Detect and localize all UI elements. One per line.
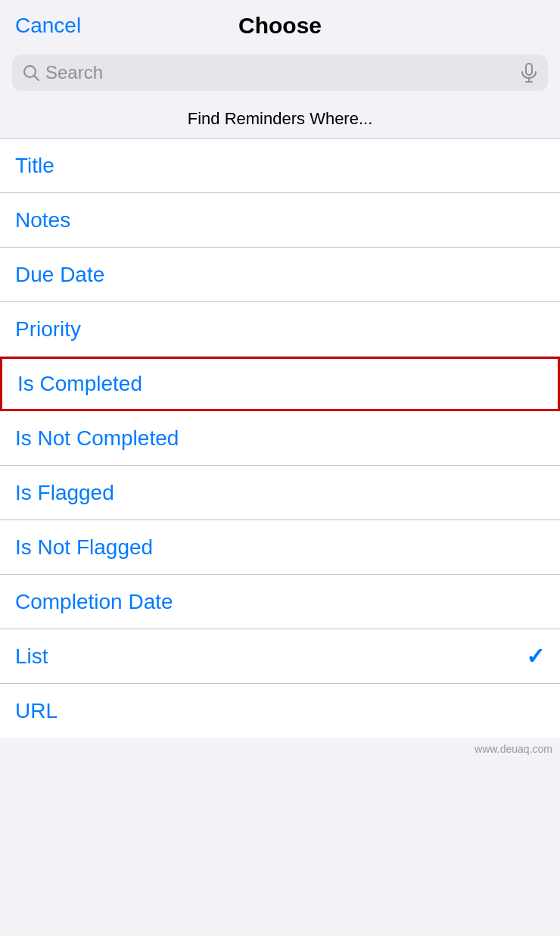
list-item-priority[interactable]: Priority bbox=[0, 302, 560, 357]
list-item-label-is-not-completed: Is Not Completed bbox=[15, 426, 179, 451]
list-item-label-is-completed: Is Completed bbox=[17, 372, 142, 396]
checkmark-icon: ✓ bbox=[526, 643, 545, 669]
list-item-is-completed[interactable]: Is Completed bbox=[0, 357, 560, 411]
list-item-is-not-flagged[interactable]: Is Not Flagged bbox=[0, 520, 560, 575]
search-input[interactable] bbox=[45, 62, 515, 83]
list-item-label-list: List bbox=[15, 644, 48, 669]
list-item-is-flagged[interactable]: Is Flagged bbox=[0, 466, 560, 520]
list-item-label-url: URL bbox=[15, 699, 58, 723]
list-item-label-title: Title bbox=[15, 154, 54, 178]
svg-rect-2 bbox=[526, 64, 532, 75]
list-item-completion-date[interactable]: Completion Date bbox=[0, 575, 560, 629]
list-item-label-completion-date: Completion Date bbox=[15, 590, 173, 614]
list-item-due-date[interactable]: Due Date bbox=[0, 248, 560, 302]
list-item-title[interactable]: Title bbox=[0, 139, 560, 193]
list-item-list[interactable]: List✓ bbox=[0, 629, 560, 684]
page-title: Choose bbox=[238, 13, 322, 39]
list-item-label-priority: Priority bbox=[15, 317, 81, 342]
list-container: TitleNotesDue DatePriorityIs CompletedIs… bbox=[0, 139, 560, 738]
list-item-is-not-completed[interactable]: Is Not Completed bbox=[0, 411, 560, 466]
list-item-label-notes: Notes bbox=[15, 208, 70, 232]
list-item-label-is-not-flagged: Is Not Flagged bbox=[15, 535, 153, 560]
search-container bbox=[0, 48, 560, 101]
list-item-url[interactable]: URL bbox=[0, 684, 560, 738]
svg-line-1 bbox=[35, 76, 39, 81]
microphone-icon bbox=[521, 63, 537, 83]
watermark: www.deuaq.com bbox=[0, 738, 560, 760]
list-item-notes[interactable]: Notes bbox=[0, 193, 560, 248]
list-item-label-due-date: Due Date bbox=[15, 263, 104, 287]
section-header: Find Reminders Where... bbox=[0, 101, 560, 139]
svg-point-0 bbox=[24, 66, 36, 77]
search-bar bbox=[12, 55, 548, 91]
search-icon bbox=[23, 64, 39, 81]
list-item-label-is-flagged: Is Flagged bbox=[15, 481, 114, 505]
header: Cancel Choose bbox=[0, 0, 560, 48]
cancel-button[interactable]: Cancel bbox=[15, 14, 81, 38]
